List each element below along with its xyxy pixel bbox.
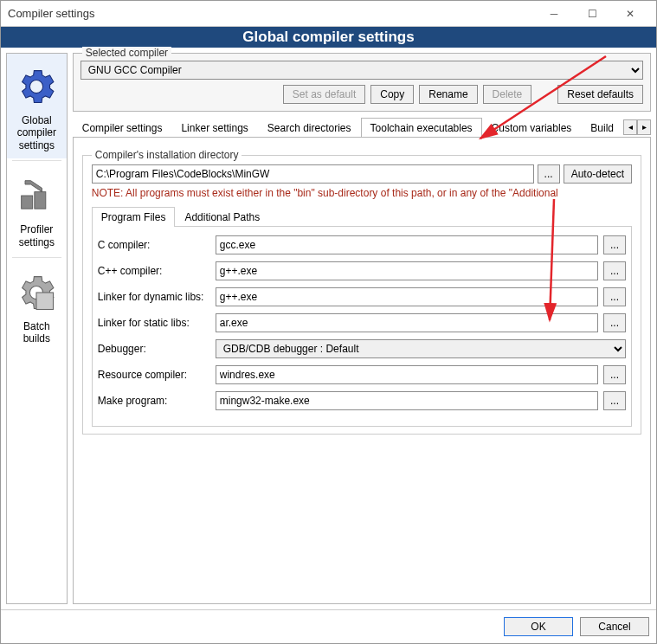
- svg-rect-2: [36, 293, 54, 310]
- sidebar-item-global-compiler[interactable]: Global compiler settings: [7, 54, 67, 158]
- browse-install-dir-button[interactable]: ...: [538, 164, 560, 184]
- make-program-input[interactable]: [216, 391, 598, 410]
- browse-linker-dyn-button[interactable]: ...: [603, 287, 626, 306]
- sidebar-item-batch-builds[interactable]: Batch builds: [7, 260, 67, 352]
- browse-cxx-compiler-button[interactable]: ...: [603, 261, 626, 280]
- titlebar: Compiler settings ─ ☐ ✕: [1, 1, 656, 27]
- resource-compiler-label: Resource compiler:: [98, 369, 210, 381]
- sidebar-item-label: Batch builds: [9, 320, 65, 345]
- browse-resource-compiler-button[interactable]: ...: [603, 365, 626, 384]
- subtab-additional-paths[interactable]: Additional Paths: [175, 207, 269, 227]
- cancel-button[interactable]: Cancel: [580, 617, 649, 636]
- install-dir-label: Compiler's installation directory: [92, 149, 242, 161]
- group-label: Selected compiler: [82, 47, 171, 59]
- rename-button[interactable]: Rename: [419, 85, 477, 104]
- tab-compiler-settings[interactable]: Compiler settings: [73, 118, 172, 137]
- sub-tabs: Program Files Additional Paths: [92, 206, 632, 227]
- cxx-compiler-label: C++ compiler:: [98, 265, 210, 277]
- cxx-compiler-input[interactable]: [216, 261, 598, 280]
- browse-make-program-button[interactable]: ...: [603, 391, 626, 410]
- batch-builds-icon: [12, 268, 61, 317]
- debugger-select[interactable]: GDB/CDB debugger : Default: [216, 339, 626, 358]
- subtab-program-files[interactable]: Program Files: [92, 207, 176, 227]
- auto-detect-button[interactable]: Auto-detect: [564, 164, 632, 184]
- svg-rect-0: [22, 196, 33, 209]
- sidebar: Global compiler settings Profiler settin…: [6, 53, 68, 604]
- tab-linker-settings[interactable]: Linker settings: [171, 118, 257, 137]
- browse-linker-static-button[interactable]: ...: [603, 313, 626, 332]
- tab-custom-variables[interactable]: Custom variables: [482, 118, 582, 137]
- profiler-icon: [12, 171, 61, 220]
- sidebar-item-profiler[interactable]: Profiler settings: [7, 163, 67, 255]
- tab-search-directories[interactable]: Search directories: [258, 118, 361, 137]
- browse-c-compiler-button[interactable]: ...: [603, 235, 626, 254]
- debugger-label: Debugger:: [98, 343, 210, 355]
- minimize-button[interactable]: ─: [535, 1, 573, 27]
- gear-icon: [12, 62, 61, 111]
- maximize-button[interactable]: ☐: [573, 1, 611, 27]
- tab-scroll-right[interactable]: ▸: [637, 119, 651, 135]
- tab-build[interactable]: Build: [581, 118, 623, 137]
- window-title: Compiler settings: [8, 7, 535, 20]
- dialog-footer: OK Cancel: [1, 609, 656, 643]
- copy-button[interactable]: Copy: [370, 85, 414, 104]
- linker-static-input[interactable]: [216, 313, 598, 332]
- tab-toolchain-executables[interactable]: Toolchain executables: [361, 118, 482, 137]
- compiler-select[interactable]: GNU GCC Compiler: [81, 61, 643, 80]
- set-default-button[interactable]: Set as default: [283, 85, 365, 104]
- linker-dyn-input[interactable]: [216, 287, 598, 306]
- page-banner: Global compiler settings: [1, 27, 656, 48]
- linker-dyn-label: Linker for dynamic libs:: [98, 291, 210, 303]
- linker-static-label: Linker for static libs:: [98, 317, 210, 329]
- install-dir-input[interactable]: [92, 164, 534, 184]
- ok-button[interactable]: OK: [504, 617, 573, 636]
- selected-compiler-group: Selected compiler GNU GCC Compiler Set a…: [73, 53, 651, 112]
- svg-rect-1: [35, 192, 46, 209]
- sidebar-item-label: Global compiler settings: [9, 114, 65, 151]
- make-program-label: Make program:: [98, 395, 210, 407]
- resource-compiler-input[interactable]: [216, 365, 598, 384]
- main-tabs: Compiler settings Linker settings Search…: [73, 117, 623, 137]
- sidebar-item-label: Profiler settings: [9, 223, 65, 248]
- c-compiler-input[interactable]: [216, 235, 598, 254]
- reset-defaults-button[interactable]: Reset defaults: [557, 85, 643, 104]
- tab-scroll-left[interactable]: ◂: [623, 119, 637, 135]
- delete-button[interactable]: Delete: [483, 85, 532, 104]
- c-compiler-label: C compiler:: [98, 239, 210, 251]
- install-note: NOTE: All programs must exist either in …: [92, 187, 632, 199]
- close-button[interactable]: ✕: [611, 1, 649, 27]
